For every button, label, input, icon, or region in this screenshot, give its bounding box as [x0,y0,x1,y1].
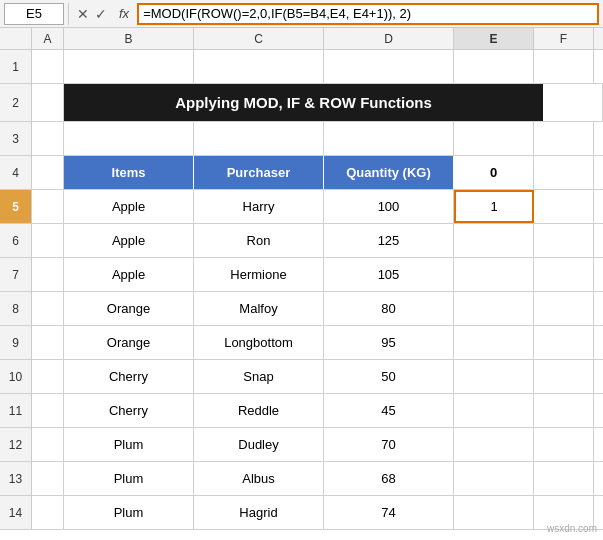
cell-e12[interactable] [454,428,534,461]
cell-f4[interactable] [534,156,594,189]
cell-a1[interactable] [32,50,64,83]
cell-b1[interactable] [64,50,194,83]
cell-e1[interactable] [454,50,534,83]
cell-b7[interactable]: Apple [64,258,194,291]
cell-d8[interactable]: 80 [324,292,454,325]
item-value: Orange [107,335,150,350]
cell-d12[interactable]: 70 [324,428,454,461]
cell-f10[interactable] [534,360,594,393]
cell-d11[interactable]: 45 [324,394,454,427]
header-quantity[interactable]: Quantity (KG) [324,156,454,189]
cell-c7[interactable]: Hermione [194,258,324,291]
cancel-icon[interactable]: ✕ [77,6,89,22]
header-items[interactable]: Items [64,156,194,189]
cell-a4[interactable] [32,156,64,189]
row-number: 4 [0,156,32,189]
cell-a2[interactable] [32,84,64,121]
cell-reference-box[interactable]: E5 [4,3,64,25]
cell-c6[interactable]: Ron [194,224,324,257]
cell-c8[interactable]: Malfoy [194,292,324,325]
cell-b5[interactable]: Apple [64,190,194,223]
formula-input[interactable]: =MOD(IF(ROW()=2,0,IF(B5=B4,E4, E4+1)), 2… [137,3,599,25]
cell-f2[interactable] [543,84,603,121]
cell-c13[interactable]: Albus [194,462,324,495]
cell-a10[interactable] [32,360,64,393]
cell-e3[interactable] [454,122,534,155]
cell-a8[interactable] [32,292,64,325]
cell-b14[interactable]: Plum [64,496,194,529]
cell-f6[interactable] [534,224,594,257]
cell-a9[interactable] [32,326,64,359]
cell-f1[interactable] [534,50,594,83]
cell-f5[interactable] [534,190,594,223]
column-headers: A B C D E F [0,28,603,50]
cell-c14[interactable]: Hagrid [194,496,324,529]
cell-e13[interactable] [454,462,534,495]
cell-e11[interactable] [454,394,534,427]
col-header-d[interactable]: D [324,28,454,49]
cell-b6[interactable]: Apple [64,224,194,257]
cell-a14[interactable] [32,496,64,529]
header-purchaser[interactable]: Purchaser [194,156,324,189]
cell-c3[interactable] [194,122,324,155]
cell-b8[interactable]: Orange [64,292,194,325]
cell-b13[interactable]: Plum [64,462,194,495]
purchaser-value: Dudley [238,437,278,452]
col-header-f[interactable]: F [534,28,594,49]
col-header-a[interactable]: A [32,28,64,49]
col-header-b[interactable]: B [64,28,194,49]
cell-d9[interactable]: 95 [324,326,454,359]
cell-c11[interactable]: Reddle [194,394,324,427]
cell-e9[interactable] [454,326,534,359]
col-header-c[interactable]: C [194,28,324,49]
cell-d5[interactable]: 100 [324,190,454,223]
cell-c5[interactable]: Harry [194,190,324,223]
cell-b9[interactable]: Orange [64,326,194,359]
cell-c10[interactable]: Snap [194,360,324,393]
cell-d13[interactable]: 68 [324,462,454,495]
fx-label: fx [115,6,133,21]
cell-a13[interactable] [32,462,64,495]
cell-d6[interactable]: 125 [324,224,454,257]
cell-f13[interactable] [534,462,594,495]
cell-d10[interactable]: 50 [324,360,454,393]
cell-d3[interactable] [324,122,454,155]
cell-a7[interactable] [32,258,64,291]
cell-c9[interactable]: Longbottom [194,326,324,359]
confirm-icon[interactable]: ✓ [95,6,107,22]
cell-c1[interactable] [194,50,324,83]
row-number: 5 [0,190,32,223]
cell-e14[interactable] [454,496,534,529]
cell-a3[interactable] [32,122,64,155]
cell-f3[interactable] [534,122,594,155]
cell-b10[interactable]: Cherry [64,360,194,393]
cell-d7[interactable]: 105 [324,258,454,291]
cell-a6[interactable] [32,224,64,257]
row-number: 10 [0,360,32,393]
cell-b3[interactable] [64,122,194,155]
cell-f12[interactable] [534,428,594,461]
cell-f11[interactable] [534,394,594,427]
cell-a11[interactable] [32,394,64,427]
cell-d14[interactable]: 74 [324,496,454,529]
cell-e8[interactable] [454,292,534,325]
cell-b11[interactable]: Cherry [64,394,194,427]
cell-f9[interactable] [534,326,594,359]
cell-c12[interactable]: Dudley [194,428,324,461]
cell-e5[interactable]: 1 [454,190,534,223]
cell-a12[interactable] [32,428,64,461]
cell-b12[interactable]: Plum [64,428,194,461]
row-number: 7 [0,258,32,291]
cell-e10[interactable] [454,360,534,393]
cell-f7[interactable] [534,258,594,291]
cell-d1[interactable] [324,50,454,83]
cell-f8[interactable] [534,292,594,325]
cell-e6[interactable] [454,224,534,257]
item-value: Orange [107,301,150,316]
formula-text: =MOD(IF(ROW()=2,0,IF(B5=B4,E4, E4+1)), 2… [143,6,411,21]
row-number: 6 [0,224,32,257]
col-header-e[interactable]: E [454,28,534,49]
cell-e7[interactable] [454,258,534,291]
cell-a5[interactable] [32,190,64,223]
cell-e4[interactable]: 0 [454,156,534,189]
